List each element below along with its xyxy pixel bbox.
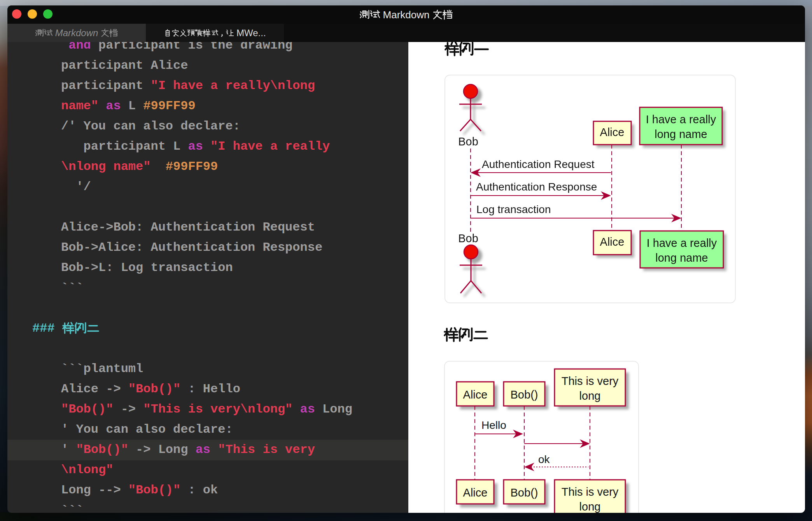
svg-text:I have a really: I have a really <box>646 113 716 126</box>
svg-text:Log transaction: Log transaction <box>476 203 551 215</box>
svg-text:Bob(): Bob() <box>511 486 538 499</box>
svg-text:Bob(): Bob() <box>511 388 538 401</box>
svg-text:long name: long name <box>654 128 707 140</box>
svg-text:Authentication Request: Authentication Request <box>482 158 595 170</box>
svg-text:Alice: Alice <box>463 486 488 499</box>
svg-text:Alice: Alice <box>463 388 488 401</box>
svg-text:I have a really: I have a really <box>647 237 717 249</box>
svg-text:Bob: Bob <box>458 135 478 148</box>
svg-text:Alice: Alice <box>600 126 625 138</box>
svg-text:long: long <box>579 390 601 402</box>
svg-text:ok: ok <box>538 453 550 465</box>
svg-text:This is very: This is very <box>562 486 619 498</box>
svg-text:long: long <box>579 500 601 513</box>
svg-text:Alice: Alice <box>600 236 625 248</box>
svg-text:Authentication Response: Authentication Response <box>476 181 597 193</box>
svg-text:Bob: Bob <box>458 232 478 245</box>
svg-text:Hello: Hello <box>481 419 506 431</box>
svg-text:long name: long name <box>655 252 708 264</box>
svg-text:This is very: This is very <box>562 375 619 387</box>
